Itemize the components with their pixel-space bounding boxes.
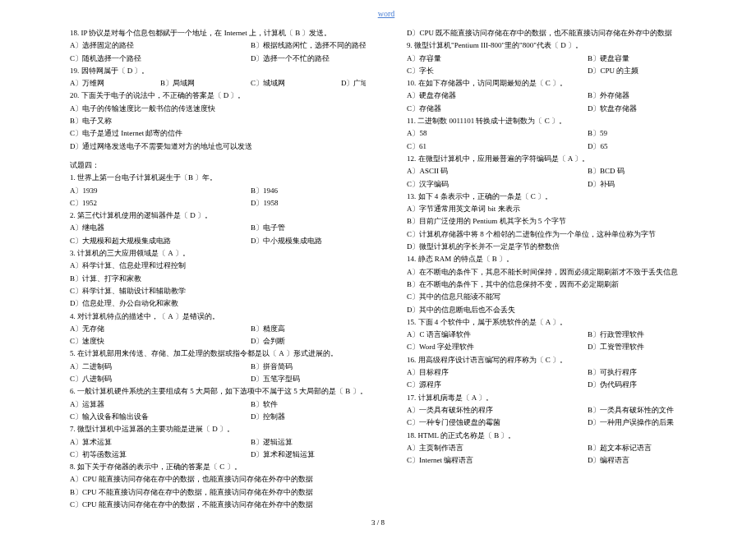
s4-7-a: A〕算术运算 — [70, 436, 251, 449]
s4-3-d: D〕信息处理、办公自动化和家教 — [70, 297, 366, 310]
s4-1-c: C〕1952 — [70, 197, 251, 209]
q18-row2: C〕随机选择一个路径D〕选择一个不忙的路径 — [70, 53, 366, 65]
s4-7-stem: 7. 微型计算机中运算器的主要功能是进展〔 D 〕。 — [70, 423, 366, 435]
s4-2-a: A〕继电器 — [70, 222, 251, 234]
s4-5-d: D〕五笔字型码 — [251, 375, 301, 383]
s4-12-a: A〕ASCII 码 — [407, 165, 588, 177]
s4-13-stem: 13. 如下 4 条表示中，正确的一条是〔 C 〕。 — [407, 191, 703, 203]
s4-14-d: D〕其中的信息断电后也不会丢失 — [407, 304, 703, 316]
q18-c: C〕随机选择一个路径 — [70, 53, 251, 65]
s4-6-row2: C〕输入设备和输出设备D〕控制器 — [70, 411, 366, 423]
s4-1-stem: 1. 世界上第一台电子计算机诞生于〔B 〕年。 — [70, 172, 366, 184]
s4-7-d: D〕算术和逻辑运算 — [251, 450, 316, 458]
header-word-link[interactable]: word — [70, 7, 703, 21]
s4-10-a: A〕硬盘存储器 — [407, 90, 588, 102]
s4-17-c: C〕一种专门侵蚀硬盘的霉菌 — [407, 417, 588, 429]
s4-4-c: C〕速度快 — [70, 335, 251, 348]
s4-4-d: D〕会判断 — [251, 337, 286, 345]
s4-11-stem: 11. 二进制数 0011101 转换成十进制数为〔 C 〕。 — [407, 115, 703, 127]
s4-12-stem: 12. 在微型计算机中，应用最普遍的字符编码是〔 A 〕。 — [407, 153, 703, 165]
s4-18-d: D〕编程语言 — [588, 456, 630, 464]
q19-c: C〕城域网 — [251, 77, 341, 90]
s4-16-a: A〕目标程序 — [407, 366, 588, 379]
s4-16-row1: A〕目标程序B〕可执行程序 — [407, 366, 703, 379]
s4-7-row2: C〕初等函数运算D〕算术和逻辑运算 — [70, 449, 366, 461]
s4-8-a: A〕CPU 能直接访问存储在存中的数据，也能直接访问存储在外存中的数据 — [70, 473, 366, 486]
q19-a: A〕万维网 — [70, 77, 160, 90]
s4-14-c: C〕其中的信息只能读不能写 — [407, 291, 703, 303]
s4-10-stem: 10. 在如下存储器中，访问周期最短的是〔 C 〕。 — [407, 77, 703, 90]
s4-15-a: A〕C 语言编译软件 — [407, 329, 588, 341]
s4-13-d: D〕微型计算机的字长并不一定是字节的整数倍 — [407, 241, 703, 253]
s4-15-row2: C〕Word 字处理软件D〕工资管理软件 — [407, 341, 703, 353]
s4-17-row2: C〕一种专门侵蚀硬盘的霉菌D〕一种用户误操作的后果 — [407, 417, 703, 429]
s4-11-row1: A〕58B〕59 — [407, 127, 703, 140]
s4-17-row1: A〕一类具有破坏性的程序B〕一类具有破坏性的文件 — [407, 404, 703, 417]
s4-16-c: C〕源程序 — [407, 379, 588, 391]
s4-10-row2: C〕存储器D〕软盘存储器 — [407, 103, 703, 115]
s4-6-a: A〕运算器 — [70, 398, 251, 411]
s4-8-d: D〕CPU 既不能直接访问存储在存中的数据，也不能直接访问存储在外存中的数据 — [407, 27, 703, 39]
q20-a: A〕电子的传输速度比一般书信的传送速度快 — [70, 103, 366, 115]
s4-18-b: B〕超文本标记语言 — [588, 444, 652, 452]
s4-14-a: A〕在不断电的条件下，其息不能长时间保持，因而必须定期刷新才不致于丢失信息 — [407, 266, 703, 279]
s4-16-row2: C〕源程序D〕伪代码程序 — [407, 379, 703, 391]
s4-18-stem: 18. HTML 的正式名称是〔 B 〕。 — [407, 430, 703, 442]
s4-7-b: B〕逻辑运算 — [251, 438, 293, 446]
s4-5-a: A〕二进制码 — [70, 361, 251, 373]
s4-7-c: C〕初等函数运算 — [70, 449, 251, 461]
q19-stem: 19. 因特网属于〔 D 〕。 — [70, 65, 366, 77]
s4-5-b: B〕拼音简码 — [251, 362, 293, 371]
s4-5-c: C〕八进制码 — [70, 373, 251, 385]
s4-10-d: D〕软盘存储器 — [588, 104, 638, 113]
q19-d: D〕广域网 — [341, 79, 366, 87]
s4-14-b: B〕在不断电的条件下，其中的信息保持不变，因而不必定期刷新 — [407, 279, 703, 291]
s4-11-c: C〕61 — [407, 140, 588, 153]
s4-6-row1: A〕运算器B〕软件 — [70, 398, 366, 411]
s4-12-row1: A〕ASCII 码B〕BCD 码 — [407, 165, 703, 177]
s4-2-stem: 2. 第三代计算机使用的逻辑器件是〔 D 〕。 — [70, 209, 366, 222]
s4-15-c: C〕Word 字处理软件 — [407, 341, 588, 353]
s4-1-row1: A〕1939B〕1946 — [70, 185, 366, 197]
s4-4-row2: C〕速度快D〕会判断 — [70, 335, 366, 348]
s4-9-c: C〕字长 — [407, 65, 588, 77]
document-page: word 18. IP 协议是对每个信息包都赋于一个地址，在 Internet … — [0, 0, 756, 534]
s4-6-c: C〕输入设备和输出设备 — [70, 411, 251, 423]
q18-row1: A〕选择固定的路径B〕根据线路闲忙，选择不同的路径 — [70, 39, 366, 52]
s4-3-stem: 3. 计算机的三大应用领域是〔 A 〕。 — [70, 247, 366, 260]
s4-9-row2: C〕字长D〕CPU 的主频 — [407, 65, 703, 77]
s4-7-row1: A〕算术运算B〕逻辑运算 — [70, 436, 366, 449]
s4-16-stem: 16. 用高级程序设计语言编写的程序称为〔 C 〕。 — [407, 354, 703, 366]
s4-17-b: B〕一类具有破坏性的文件 — [588, 406, 674, 414]
s4-5-row1: A〕二进制码B〕拼音简码 — [70, 361, 366, 373]
s4-15-stem: 15. 下面 4 个软件中，属于系统软件的是〔 A 〕。 — [407, 316, 703, 329]
s4-6-stem: 6. 一般计算机硬件系统的主要组成有 5 大局部，如下选项中不属于这 5 大局部… — [70, 385, 366, 398]
s4-18-a: A〕主页制作语言 — [407, 442, 588, 454]
q19-opts: A〕万维网B〕局域网C〕城域网D〕广域网 — [70, 77, 366, 90]
s4-4-stem: 4. 对计算机特点的描述中，〔 A 〕是错误的。 — [70, 311, 366, 323]
s4-18-c: C〕Internet 编程语言 — [407, 454, 588, 467]
s4-6-d: D〕控制器 — [251, 412, 286, 421]
s4-12-b: B〕BCD 码 — [588, 167, 625, 175]
s4-11-d: D〕65 — [588, 142, 608, 150]
q19-b: B〕局域网 — [160, 77, 251, 90]
s4-13-b: B〕目前广泛使用的 Pentium 机其字长为 5 个字节 — [407, 215, 703, 228]
s4-17-stem: 17. 计算机病毒是〔 A 〕。 — [407, 392, 703, 404]
q20-d: D〕通过网络发送电子不需要知道对方的地址也可以发送 — [70, 140, 366, 153]
s4-13-c: C〕计算机存储器中将 8 个相邻的二进制位作为一个单位，这种单位称为字节 — [407, 228, 703, 241]
s4-5-stem: 5. 在计算机部用来传送、存储、加工处理的数据或指令都是以〔 A 〕形式进展的。 — [70, 348, 366, 360]
s4-2-c: C〕大规模和超大规模集成电路 — [70, 235, 251, 247]
s4-10-b: B〕外存储器 — [588, 91, 629, 99]
q18-a: A〕选择固定的路径 — [70, 39, 251, 52]
s4-2-b: B〕电子管 — [251, 223, 285, 232]
q18-d: D〕选择一个不忙的路径 — [251, 54, 330, 62]
s4-2-d: D〕中小规模集成电路 — [251, 237, 323, 245]
s4-15-row1: A〕C 语言编译软件B〕行政管理软件 — [407, 329, 703, 341]
s4-18-row1: A〕主页制作语言B〕超文本标记语言 — [407, 442, 703, 454]
s4-11-b: B〕59 — [588, 129, 607, 137]
q18-b: B〕根据线路闲忙，选择不同的路径 — [251, 41, 366, 49]
s4-1-d: D〕1958 — [251, 199, 279, 207]
s4-15-d: D〕工资管理软件 — [588, 343, 645, 351]
s4-2-row2: C〕大规模和超大规模集成电路D〕中小规模集成电路 — [70, 235, 366, 247]
s4-17-a: A〕一类具有破坏性的程序 — [407, 404, 588, 417]
